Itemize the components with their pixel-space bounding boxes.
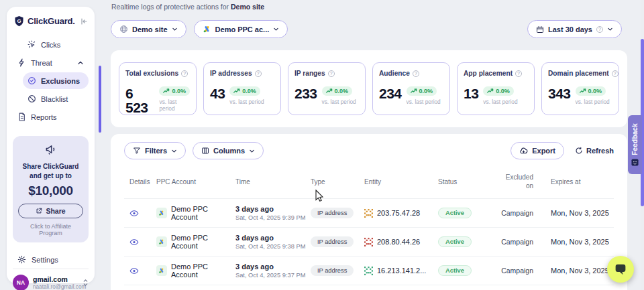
stat-card-domain-placement: Domain placement? 343 0.0% vs. last peri… xyxy=(541,62,619,115)
chevron-down-icon xyxy=(172,26,178,32)
trend-up-icon xyxy=(163,88,170,94)
clickguard-shield-logo-icon: G xyxy=(13,15,25,27)
time-relative: 3 days ago xyxy=(235,205,311,213)
stat-subtext: vs. last period xyxy=(229,98,264,105)
sidebar-item-label: Threat xyxy=(31,59,52,67)
chevron-down-icon xyxy=(273,26,279,32)
stat-card-total-exclusions: Total exclusions? 6 523 0.0% vs. last pe… xyxy=(119,62,197,115)
date-range-dropdown[interactable]: Last 30 days ? xyxy=(527,20,622,38)
info-icon[interactable]: ? xyxy=(413,70,419,77)
stat-change-badge: 0.0% xyxy=(229,86,260,96)
avatar: NA xyxy=(13,275,29,290)
filters-button[interactable]: Filters xyxy=(124,142,186,159)
stat-change-badge: 0.0% xyxy=(576,86,606,96)
info-icon[interactable]: ? xyxy=(181,70,188,77)
stat-value: 343 xyxy=(548,86,571,100)
entity-cell: 208.80.44.26 xyxy=(364,238,438,246)
trend-up-icon xyxy=(233,88,240,94)
refresh-button-label: Refresh xyxy=(586,147,614,155)
table-row[interactable]: Demo PPC Account 3 days ago Sat, Oct 4, … xyxy=(124,256,614,285)
entity-value: 208.80.44.26 xyxy=(377,238,420,246)
stat-card-app-placement: App placement? 13 0.0% vs. last period xyxy=(457,62,535,115)
globe-icon xyxy=(119,25,128,33)
info-icon[interactable]: ? xyxy=(328,70,335,77)
info-icon[interactable]: ? xyxy=(255,70,262,77)
entity-value: 16.213.141.2... xyxy=(377,267,426,275)
stat-subtext: vs. last period xyxy=(407,98,441,105)
col-header-entity[interactable]: Entity xyxy=(364,178,438,186)
feedback-tab[interactable]: Feedback xyxy=(628,115,642,174)
details-eye-icon[interactable] xyxy=(124,210,156,217)
stat-value: 233 xyxy=(294,86,317,100)
promo-amount: $10,000 xyxy=(18,184,83,198)
sidebar-item-label: Blacklist xyxy=(41,95,68,103)
status-cell: Active xyxy=(438,265,497,276)
expires-at-cell: Mon, Nov 3, 2025 xyxy=(551,267,614,275)
details-eye-icon[interactable] xyxy=(124,267,156,275)
col-header-excluded-on[interactable]: Excluded on xyxy=(497,173,551,190)
columns-button[interactable]: Columns xyxy=(193,142,264,159)
sidebar-item-settings[interactable]: Settings xyxy=(13,250,89,269)
share-button[interactable]: Share xyxy=(18,204,83,218)
stat-subtext: vs. last period xyxy=(322,98,356,105)
account-name: gmail.com xyxy=(33,275,78,283)
affiliate-promo-card: Share ClickGuard and get up to $10,000 S… xyxy=(13,136,89,242)
subtitle-site-name: Demo site xyxy=(231,3,264,11)
time-cell: 3 days ago Sat, Oct 4, 2025 9:37 PM xyxy=(235,263,311,279)
ppc-account-cell: Demo PPC Account xyxy=(156,205,235,221)
excluded-on-cell: Campaign xyxy=(497,267,551,275)
type-cell: IP address xyxy=(311,265,364,276)
affiliate-link[interactable]: Click to Affiliate Program xyxy=(18,223,83,236)
info-icon[interactable]: ? xyxy=(515,70,522,77)
google-ads-icon xyxy=(156,265,167,276)
type-badge: IP address xyxy=(311,208,354,218)
stats-panel: Total exclusions? 6 523 0.0% vs. last pe… xyxy=(111,50,627,127)
info-icon[interactable]: ? xyxy=(612,70,619,77)
settings-label: Settings xyxy=(32,256,58,264)
table-row[interactable]: Demo PPC Account 3 days ago Sat, Oct 4, … xyxy=(124,198,614,227)
site-selector-dropdown[interactable]: Demo site xyxy=(111,20,186,38)
col-header-details[interactable]: Details xyxy=(124,178,156,186)
stat-value: 234 xyxy=(379,86,402,100)
sidebar-scrollbar-thumb[interactable] xyxy=(99,66,101,133)
sidebar-collapse-icon[interactable] xyxy=(80,17,88,25)
time-absolute: Sat, Oct 4, 2025 9:38 PM xyxy=(235,243,311,250)
status-badge: Active xyxy=(438,236,472,247)
stat-subtext: vs. last period xyxy=(159,98,190,112)
sidebar-item-threat[interactable]: Threat xyxy=(13,54,89,71)
stat-change-badge: 0.0% xyxy=(483,86,514,96)
ppc-account-selector-dropdown[interactable]: Demo PPC ac... xyxy=(194,20,288,38)
export-button[interactable]: Export xyxy=(511,142,564,159)
sidebar-item-reports[interactable]: Reports xyxy=(13,108,89,125)
stat-card-ip-addresses: IP addresses? 43 0.0% vs. last period xyxy=(203,62,281,115)
account-switcher[interactable]: NA gmail.com naatali.ro@gmail.com xyxy=(13,269,89,290)
table-header-row: Details PPC Account Time Type Entity Sta… xyxy=(124,167,614,198)
sidebar-item-exclusions[interactable]: Exclusions xyxy=(23,72,89,89)
sidebar-item-blacklist[interactable]: Blacklist xyxy=(23,90,89,107)
col-header-type[interactable]: Type xyxy=(311,178,364,186)
stat-value: 6 523 xyxy=(125,86,154,115)
stat-value: 13 xyxy=(464,86,478,100)
entity-identicon xyxy=(364,238,373,246)
stat-label: Total exclusions xyxy=(125,70,178,77)
google-ads-icon xyxy=(156,208,167,218)
stat-value: 43 xyxy=(210,86,225,100)
col-header-expires-at[interactable]: Expires at xyxy=(551,178,614,186)
col-header-status[interactable]: Status xyxy=(438,178,497,186)
chevron-down-icon xyxy=(171,148,177,154)
sidebar-item-label: Clicks xyxy=(41,41,60,49)
chat-bubble-icon xyxy=(614,263,627,275)
stat-change-badge: 0.0% xyxy=(322,86,353,96)
col-header-time[interactable]: Time xyxy=(235,178,311,186)
subtitle-text: Realtime logs of protective actions for xyxy=(111,3,231,11)
col-header-ppc-account[interactable]: PPC Account xyxy=(156,178,235,186)
excluded-on-cell: Campaign xyxy=(497,209,551,217)
table-row[interactable]: Demo PPC Account 3 days ago Sat, Oct 4, … xyxy=(124,227,614,256)
details-eye-icon[interactable] xyxy=(124,238,156,246)
trend-up-icon xyxy=(411,88,417,94)
chat-launcher-button[interactable] xyxy=(607,256,634,283)
stat-label: Audience xyxy=(379,70,410,77)
gear-icon xyxy=(17,255,26,264)
refresh-button[interactable]: Refresh xyxy=(575,147,614,155)
sidebar-item-clicks[interactable]: Clicks xyxy=(23,36,89,53)
